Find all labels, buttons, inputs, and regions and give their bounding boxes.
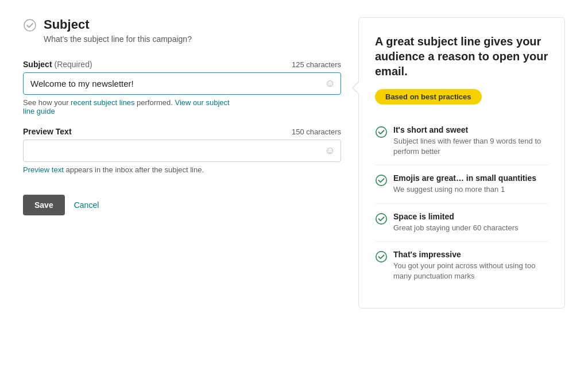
subject-input[interactable]: [23, 72, 341, 95]
checklist-item-0: It's short and sweet Subject lines with …: [375, 117, 548, 165]
svg-point-3: [376, 213, 386, 223]
preview-text-label: Preview Text: [23, 127, 72, 136]
preview-text-field-group: Preview Text 150 characters ☺ Preview te…: [23, 127, 341, 174]
svg-point-2: [376, 175, 386, 186]
checklist-desc-0: Subject lines with fewer than 9 words te…: [393, 136, 548, 157]
svg-point-4: [376, 252, 386, 262]
left-panel: Subject What's the subject line for this…: [23, 17, 341, 308]
preview-text-link[interactable]: Preview text: [23, 165, 64, 174]
checklist-item-3: That's impressive You got your point acr…: [375, 242, 548, 289]
checklist-desc-3: You got your point across without using …: [393, 261, 548, 281]
check-icon-1: [375, 174, 388, 189]
subject-hint: See how your recent subject lines perfor…: [23, 98, 341, 115]
cancel-button[interactable]: Cancel: [74, 200, 99, 210]
checklist-title-3: That's impressive: [393, 250, 548, 259]
checklist-title-1: Emojis are great… in small quantities: [393, 173, 536, 183]
preview-text-input[interactable]: [23, 140, 341, 162]
subject-emoji-icon[interactable]: ☺: [325, 78, 335, 90]
page-title: Subject: [44, 17, 192, 32]
subject-input-wrapper: ☺: [23, 72, 341, 95]
preview-emoji-icon[interactable]: ☺: [325, 145, 335, 157]
checklist-item-2: Space is limited Great job staying under…: [375, 204, 548, 242]
preview-input-wrapper: ☺: [23, 140, 341, 162]
svg-point-1: [376, 127, 386, 137]
save-button[interactable]: Save: [23, 195, 65, 215]
checklist-desc-2: Great job staying under 60 characters: [393, 223, 519, 233]
preview-char-count: 150 characters: [292, 128, 341, 136]
subject-label-row: Subject (Required) 125 characters: [23, 60, 341, 69]
subject-required: (Required): [54, 60, 92, 69]
checklist: It's short and sweet Subject lines with …: [375, 117, 548, 289]
subject-label: Subject (Required): [23, 60, 92, 69]
check-icon-0: [375, 126, 388, 141]
preview-label-row: Preview Text 150 characters: [23, 127, 341, 136]
subject-field-group: Subject (Required) 125 characters ☺ See …: [23, 60, 341, 115]
page-title-group: Subject What's the subject line for this…: [44, 17, 192, 44]
checklist-desc-1: We suggest using no more than 1: [393, 184, 536, 195]
svg-point-0: [24, 20, 36, 31]
check-icon-2: [375, 213, 388, 227]
tips-headline: A great subject line gives your audience…: [375, 34, 548, 79]
page-subtitle: What's the subject line for this campaig…: [44, 34, 192, 44]
subject-char-count: 125 characters: [292, 60, 341, 69]
section-complete-icon: [23, 18, 37, 32]
best-practices-badge: Based on best practices: [375, 89, 482, 105]
recent-subject-lines-link[interactable]: recent subject lines: [71, 98, 134, 107]
tips-panel: A great subject line gives your audience…: [358, 17, 565, 308]
button-row: Save Cancel: [23, 195, 341, 215]
page-header: Subject What's the subject line for this…: [23, 17, 341, 44]
checklist-title-2: Space is limited: [393, 212, 519, 221]
checklist-title-0: It's short and sweet: [393, 125, 548, 134]
check-icon-3: [375, 250, 388, 265]
preview-hint: Preview text appears in the inbox after …: [23, 165, 341, 174]
checklist-item-1: Emojis are great… in small quantities We…: [375, 165, 548, 203]
